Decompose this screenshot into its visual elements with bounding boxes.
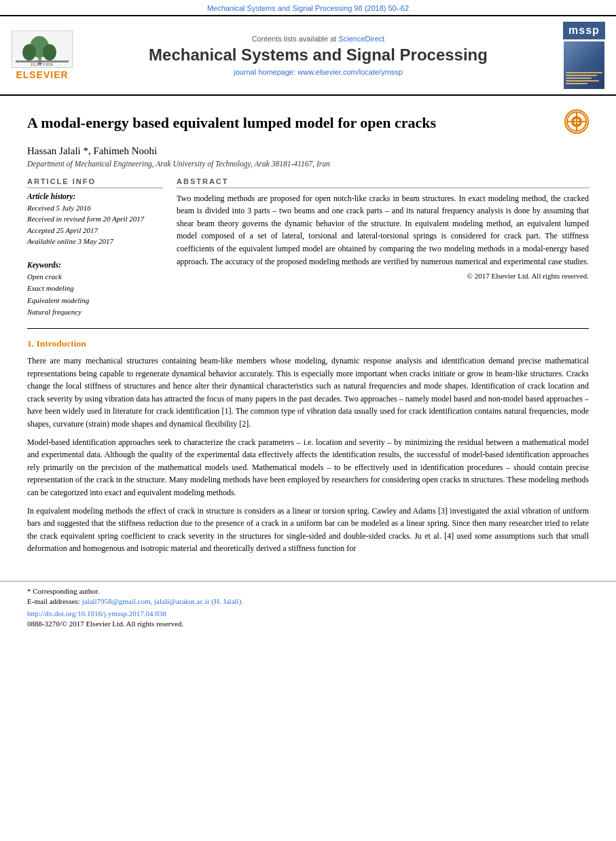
- keyword-3: Equivalent modeling: [27, 295, 163, 307]
- intro-paragraph-3: In equivalent modeling methods the effec…: [27, 505, 589, 555]
- footer-issn: 0888-3270/© 2017 Elsevier Ltd. All right…: [27, 620, 589, 628]
- section-divider: [27, 328, 589, 329]
- mssp-badge: mssp: [563, 22, 605, 39]
- header-center: Contents lists available at ScienceDirec…: [83, 35, 554, 76]
- elsevier-tree-svg: ELSEVIER: [12, 32, 72, 67]
- main-content: A modal-energy based equivalent lumped m…: [0, 96, 616, 574]
- email-links[interactable]: jalali7958@gmail.com, jalali@arakut.ac.i…: [82, 597, 243, 605]
- introduction-heading: 1. Introduction: [27, 338, 589, 349]
- keyword-4: Natural frequency: [27, 306, 163, 319]
- received-revised-date: Received in revised form 20 April 2017: [27, 213, 163, 225]
- journal-title: Mechanical Systems and Signal Processing: [83, 46, 554, 65]
- keywords-label: Keywords:: [27, 261, 163, 269]
- sciencedirect-link[interactable]: ScienceDirect: [338, 35, 384, 43]
- intro-paragraph-2: Model-based identification approaches se…: [27, 436, 589, 499]
- abstract-label: ABSTRACT: [177, 177, 589, 188]
- keyword-1: Open crack: [27, 271, 163, 283]
- investigated-word: investigated: [450, 506, 489, 516]
- history-label: Article history:: [27, 192, 163, 200]
- accepted-date: Accepted 25 April 2017: [27, 225, 163, 236]
- crossmark-area: [564, 109, 589, 134]
- affiliation: Department of Mechanical Engineering, Ar…: [27, 160, 589, 168]
- abstract-column: ABSTRACT Two modeling methods are propos…: [177, 177, 589, 319]
- article-info-column: ARTICLE INFO Article history: Received 5…: [27, 177, 163, 319]
- crossmark-icon: [564, 109, 589, 134]
- svg-text:ELSEVIER: ELSEVIER: [31, 62, 53, 67]
- crossmark-svg: [566, 111, 587, 132]
- copyright-line: © 2017 Elsevier Ltd. All rights reserved…: [177, 272, 589, 280]
- doi-link[interactable]: http://dx.doi.org/10.1016/j.ymssp.2017.0…: [27, 609, 589, 618]
- intro-paragraph-1: There are many mechanical structures con…: [27, 355, 589, 431]
- elsevier-wordmark: ELSEVIER: [16, 69, 68, 80]
- journal-cover-image: [564, 41, 604, 89]
- footnote-corresponding: * Corresponding author.: [27, 587, 589, 595]
- homepage-url[interactable]: www.elsevier.com/locate/ymssp: [297, 68, 403, 76]
- journal-cover-area: mssp: [560, 22, 608, 89]
- keyword-2: Exact modeling: [27, 283, 163, 295]
- footnote-emails: E-mail addresses: jalali7958@gmail.com, …: [27, 597, 589, 605]
- journal-homepage: journal homepage: www.elsevier.com/locat…: [83, 68, 554, 76]
- article-info-abstract: ARTICLE INFO Article history: Received 5…: [27, 177, 589, 319]
- article-title: A modal-energy based equivalent lumped m…: [27, 113, 589, 133]
- elsevier-logo-image: ELSEVIER: [12, 31, 73, 68]
- title-area: A modal-energy based equivalent lumped m…: [27, 107, 589, 140]
- contents-available-line: Contents lists available at ScienceDirec…: [83, 35, 554, 43]
- svg-point-3: [22, 44, 36, 60]
- page: Mechanical Systems and Signal Processing…: [0, 0, 616, 841]
- authors: Hassan Jalali *, Fahimeh Noohi: [27, 145, 589, 157]
- elsevier-logo: ELSEVIER ELSEVIER: [8, 31, 76, 80]
- elsevier-logo-area: ELSEVIER ELSEVIER: [8, 31, 76, 80]
- svg-point-4: [43, 44, 56, 60]
- journal-reference: Mechanical Systems and Signal Processing…: [0, 0, 616, 15]
- available-date: Available online 3 May 2017: [27, 236, 163, 247]
- abstract-text: Two modeling methods are proposed for op…: [177, 192, 589, 268]
- article-info-label: ARTICLE INFO: [27, 177, 163, 188]
- page-footer: * Corresponding author. E-mail addresses…: [0, 581, 616, 634]
- header-banner: ELSEVIER ELSEVIER Contents lists availab…: [0, 15, 616, 96]
- received-date: Received 5 July 2016: [27, 202, 163, 214]
